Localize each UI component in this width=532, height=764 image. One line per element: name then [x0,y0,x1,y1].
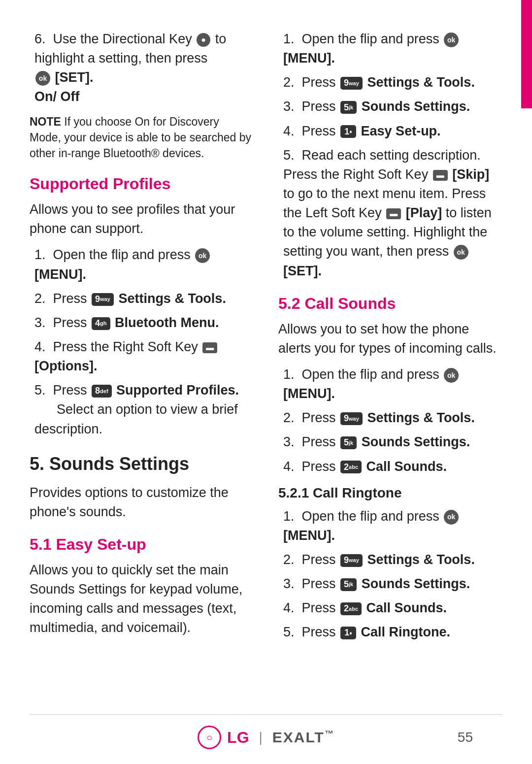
call-sounds-description: Allows you to set how the phone alerts y… [278,320,502,358]
list-item: 3. Press 5jk Sounds Settings. [278,574,502,594]
footer-lg-label: LG [227,729,249,747]
key2-icon: 2abc [340,602,362,615]
note-paragraph: NOTE If you choose On for Discovery Mode… [30,114,254,162]
on-off-label: On/ Off [34,89,79,104]
list-item: 2. Press 9way Settings & Tools. [278,408,502,428]
list-item: 4. Press the Right Soft Key ▬ [Options]. [30,337,254,376]
list-item: 3. Press 5jk Sounds Settings. [278,97,502,116]
call-sounds-heading: 5.2 Call Sounds [278,295,502,313]
footer-divider [30,714,502,715]
key2-icon: 2abc [340,461,362,473]
two-column-layout: 6. Use the Directional Key ● to highligh… [30,30,502,649]
list-item: 6. Use the Directional Key ● to highligh… [30,30,254,107]
key9-icon: 9way [340,77,363,90]
list-item: 5. Press 8def Supported Profiles. Select… [30,381,254,438]
key8-icon: 8def [92,385,112,398]
key1-icon: 1♦ [340,627,356,639]
left-column: 6. Use the Directional Key ● to highligh… [30,30,254,649]
sounds-settings-heading: 5. Sounds Settings [30,454,254,474]
lg-logo-text: ○ [206,732,212,743]
ok-icon2: ok [454,245,468,260]
footer-separator: | [259,730,263,745]
list-item: 1. Open the flip and press ok [MENU]. [30,245,254,284]
key9-icon: 9way [340,554,363,567]
sounds-settings-description: Provides options to customize the phone'… [30,483,254,522]
list-item: 5. Read each setting description. Press … [278,146,502,281]
key9-icon: 9way [340,412,363,425]
call-ringtone-heading: 5.2.1 Call Ringtone [278,485,502,501]
list-item: 5. Press 1♦ Call Ringtone. [278,623,502,642]
soft-key-right-icon: ▬ [202,342,217,353]
key5-icon: 5jk [340,578,357,591]
right-column: 1. Open the flip and press ok [MENU]. 2.… [278,30,502,649]
ok-icon: ok [444,33,459,47]
list-item: 3. Press 4gh Bluetooth Menu. [30,313,254,332]
easy-setup-steps: 1. Open the flip and press ok [MENU]. 2.… [278,30,502,281]
list-item: 2. Press 9way Settings & Tools. [278,73,502,92]
footer: ○ LG | EXALT™ 55 [0,726,532,749]
footer-exalt-label: EXALT™ [272,729,334,746]
set-label: [SET]. [55,70,94,85]
list-item: 2. Press 9way Settings & Tools. [278,550,502,569]
footer-brand: ○ LG | EXALT™ [198,726,334,749]
list-item: 2. Press 9way Settings & Tools. [30,289,254,308]
soft-key-right-icon2: ▬ [433,170,448,181]
list-item: 4. Press 1♦ Easy Set-up. [278,122,502,141]
lg-logo-circle: ○ [198,726,221,749]
accent-bar [521,0,532,108]
call-sounds-steps: 1. Open the flip and press ok [MENU]. 2.… [278,365,502,476]
note-content: If you choose On for Discovery Mode, you… [30,115,251,160]
list-item: 4. Press 2abc Call Sounds. [278,457,502,476]
footer-page-number: 55 [458,730,473,745]
supported-profiles-heading: Supported Profiles [30,175,254,193]
footer-inner: ○ LG | EXALT™ 55 [30,726,502,749]
call-ringtone-steps: 1. Open the flip and press ok [MENU]. 2.… [278,507,502,642]
list-item: 1. Open the flip and press ok [MENU]. [278,365,502,403]
easy-setup-heading: 5.1 Easy Set-up [30,535,254,554]
list-item: 4. Press 2abc Call Sounds. [278,598,502,618]
key9-icon: 9way [92,293,114,306]
ok-icon: ok [444,510,459,525]
item6-text: 6. Use the Directional Key ● to highligh… [34,32,226,66]
key1-icon: 1♦ [340,125,356,138]
list-item: 1. Open the flip and press ok [MENU]. [278,507,502,545]
note-label: NOTE [30,115,61,128]
item6-list: 6. Use the Directional Key ● to highligh… [30,30,254,107]
supported-profiles-description: Allows you to see profiles that your pho… [30,200,254,238]
list-item: 1. Open the flip and press ok [MENU]. [278,30,502,68]
page-container: 6. Use the Directional Key ● to highligh… [0,0,532,764]
easy-setup-description: Allows you to quickly set the main Sound… [30,561,254,638]
list-item: 3. Press 5jk Sounds Settings. [278,432,502,452]
key5-icon: 5jk [340,101,357,114]
ok-icon: ok [195,248,210,263]
key5-icon: 5jk [340,436,357,449]
supported-profiles-steps: 1. Open the flip and press ok [MENU]. 2.… [30,245,254,438]
soft-key-left-icon: ▬ [386,208,401,219]
set-key-icon: ok [35,71,50,86]
directional-key-icon: ● [197,33,210,47]
ok-icon: ok [444,368,459,383]
key4-icon: 4gh [92,317,110,330]
